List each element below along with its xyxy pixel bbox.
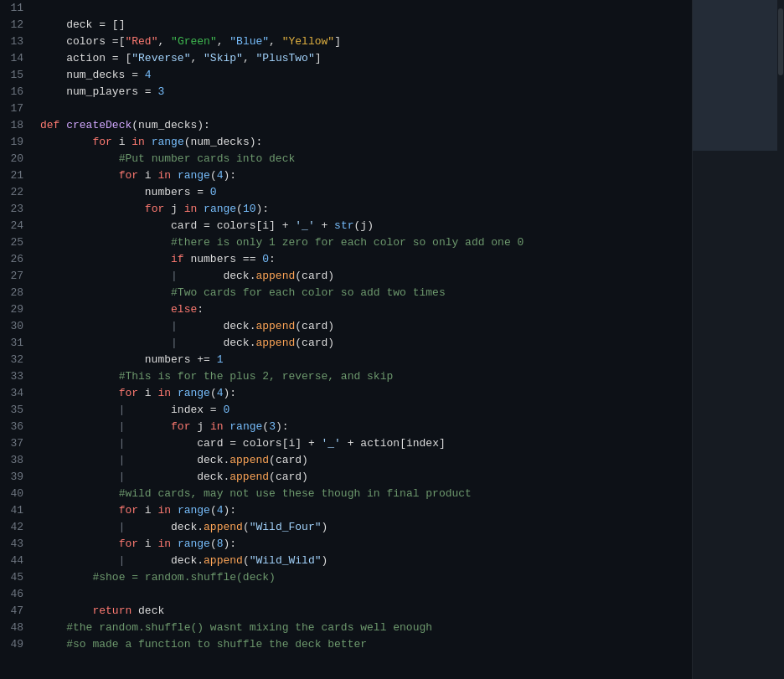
- line-number: 12: [0, 17, 34, 33]
- table-row: 16 num_players = 3: [0, 84, 692, 100]
- table-row: 41 for i in range(4):: [0, 502, 692, 519]
- line-code: for i in range(4):: [34, 502, 692, 519]
- line-number: 35: [0, 402, 34, 419]
- line-number: 16: [0, 84, 34, 100]
- table-row: 23 for j in range(10):: [0, 201, 692, 218]
- table-row: 32 numbers += 1: [0, 352, 692, 368]
- line-number: 23: [0, 201, 34, 218]
- table-row: 29 else:: [0, 301, 692, 318]
- line-code: #This is for the plus 2, reverse, and sk…: [34, 368, 692, 385]
- scrollbar[interactable]: [777, 0, 784, 679]
- line-code: [34, 100, 692, 117]
- line-code: #the random.shuffle() wasnt mixing the c…: [34, 620, 692, 636]
- line-code: #so made a function to shuffle the deck …: [34, 636, 692, 653]
- line-code: #Two cards for each color so add two tim…: [34, 285, 692, 301]
- line-code: action = ["Reverse", "Skip", "PlusTwo"]: [34, 50, 692, 67]
- table-row: 28 #Two cards for each color so add two …: [0, 285, 692, 301]
- table-row: 35 | index = 0: [0, 402, 692, 419]
- table-row: 27 | deck.append(card): [0, 268, 692, 285]
- line-number: 43: [0, 536, 34, 553]
- line-number: 45: [0, 569, 34, 586]
- line-code: | card = colors[i] + '_' + action[index]: [34, 435, 692, 452]
- line-code: | deck.append(card): [34, 469, 692, 486]
- line-code: [34, 586, 692, 603]
- table-row: 47 return deck: [0, 603, 692, 620]
- line-number: 40: [0, 486, 34, 502]
- scrollbar-thumb[interactable]: [778, 8, 783, 75]
- line-code: deck = []: [34, 17, 692, 33]
- line-number: 24: [0, 218, 34, 234]
- line-code: | deck.append("Wild_Four"): [34, 519, 692, 536]
- line-code: | deck.append("Wild_Wild"): [34, 553, 692, 569]
- table-row: 24 card = colors[i] + '_' + str(j): [0, 218, 692, 234]
- table-row: 49 #so made a function to shuffle the de…: [0, 636, 692, 653]
- table-row: 25 #there is only 1 zero for each color …: [0, 234, 692, 251]
- line-number: 36: [0, 419, 34, 435]
- line-number: 47: [0, 603, 34, 620]
- line-number: 26: [0, 251, 34, 268]
- minimap: [692, 0, 784, 679]
- line-code: if numbers == 0:: [34, 251, 692, 268]
- line-number: 33: [0, 368, 34, 385]
- table-row: 30 | deck.append(card): [0, 318, 692, 335]
- line-code: [34, 0, 692, 17]
- line-number: 22: [0, 184, 34, 201]
- line-number: 18: [0, 117, 34, 134]
- table-row: 22 numbers = 0: [0, 184, 692, 201]
- code-table: 11 12 deck = []13 colors =["Red", "Green…: [0, 0, 692, 653]
- line-number: 14: [0, 50, 34, 67]
- line-number: 13: [0, 33, 34, 50]
- table-row: 19 for i in range(num_decks):: [0, 134, 692, 151]
- line-code: | deck.append(card): [34, 452, 692, 469]
- table-row: 18def createDeck(num_decks):: [0, 117, 692, 134]
- table-row: 17: [0, 100, 692, 117]
- line-number: 32: [0, 352, 34, 368]
- line-number: 17: [0, 100, 34, 117]
- table-row: 46: [0, 586, 692, 603]
- line-code: | index = 0: [34, 402, 692, 419]
- table-row: 12 deck = []: [0, 17, 692, 33]
- table-row: 40 #wild cards, may not use these though…: [0, 486, 692, 502]
- line-number: 20: [0, 151, 34, 167]
- line-code: return deck: [34, 603, 692, 620]
- line-number: 28: [0, 285, 34, 301]
- line-code: for j in range(10):: [34, 201, 692, 218]
- line-number: 48: [0, 620, 34, 636]
- line-code: for i in range(num_decks):: [34, 134, 692, 151]
- line-code: #Put number cards into deck: [34, 151, 692, 167]
- line-code: for i in range(8):: [34, 536, 692, 553]
- line-code: #there is only 1 zero for each color so …: [34, 234, 692, 251]
- table-row: 33 #This is for the plus 2, reverse, and…: [0, 368, 692, 385]
- line-number: 34: [0, 385, 34, 402]
- line-number: 41: [0, 502, 34, 519]
- minimap-viewport: [693, 0, 784, 151]
- code-editor: 11 12 deck = []13 colors =["Red", "Green…: [0, 0, 692, 679]
- table-row: 39 | deck.append(card): [0, 469, 692, 486]
- line-number: 27: [0, 268, 34, 285]
- line-number: 38: [0, 452, 34, 469]
- line-number: 37: [0, 435, 34, 452]
- table-row: 31 | deck.append(card): [0, 335, 692, 352]
- line-code: for i in range(4):: [34, 167, 692, 184]
- line-number: 21: [0, 167, 34, 184]
- line-number: 46: [0, 586, 34, 603]
- table-row: 11: [0, 0, 692, 17]
- line-code: | deck.append(card): [34, 335, 692, 352]
- line-code: #wild cards, may not use these though in…: [34, 486, 692, 502]
- table-row: 13 colors =["Red", "Green", "Blue", "Yel…: [0, 33, 692, 50]
- table-row: 34 for i in range(4):: [0, 385, 692, 402]
- table-row: 26 if numbers == 0:: [0, 251, 692, 268]
- line-number: 11: [0, 0, 34, 17]
- line-number: 44: [0, 553, 34, 569]
- line-code: num_decks = 4: [34, 67, 692, 84]
- table-row: 37 | card = colors[i] + '_' + action[ind…: [0, 435, 692, 452]
- table-row: 44 | deck.append("Wild_Wild"): [0, 553, 692, 569]
- line-code: def createDeck(num_decks):: [34, 117, 692, 134]
- line-code: | for j in range(3):: [34, 419, 692, 435]
- line-number: 39: [0, 469, 34, 486]
- line-number: 25: [0, 234, 34, 251]
- table-row: 36 | for j in range(3):: [0, 419, 692, 435]
- line-code: | deck.append(card): [34, 268, 692, 285]
- line-code: card = colors[i] + '_' + str(j): [34, 218, 692, 234]
- line-code: numbers += 1: [34, 352, 692, 368]
